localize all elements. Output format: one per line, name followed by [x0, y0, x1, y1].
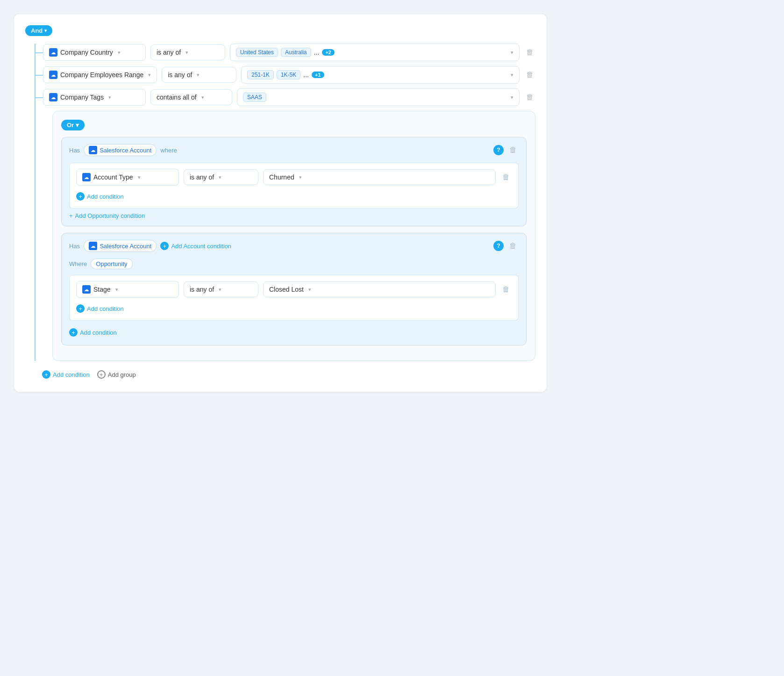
value-chevron-country: ▾: [511, 50, 513, 56]
condition-row-country: ☁ Company Country ▾ is any of ▾ United S…: [36, 43, 535, 61]
value-selector-employees[interactable]: 251-1K 1K-5K ... +1 ▾: [241, 66, 520, 84]
and-chevron: ▾: [44, 28, 47, 33]
value-chip-us: United States: [236, 48, 278, 57]
delete-condition-stage[interactable]: 🗑: [500, 283, 512, 295]
field-selector-employees[interactable]: ☁ Company Employees Range ▾: [43, 66, 157, 83]
value-row-country: United States Australia ... +2: [236, 48, 506, 57]
add-condition-label-stage: Add condition: [87, 305, 124, 312]
plus-icon-stage: +: [76, 304, 85, 313]
has-label-2: Has: [69, 243, 80, 250]
sf-icon-stage: ☁: [82, 285, 91, 294]
field-chevron-employees: ▾: [148, 72, 151, 78]
sf-account-chip-2[interactable]: ☁ Salesforce Account: [84, 240, 157, 252]
delete-button-tags[interactable]: 🗑: [524, 91, 535, 103]
help-icon-1: ?: [497, 147, 500, 153]
opportunity-chip[interactable]: Opportunity: [91, 259, 132, 269]
value-chip-saas: SAAS: [243, 93, 266, 102]
field-label-tags: Company Tags: [60, 93, 104, 101]
has-header-1: Has ☁ Salesforce Account where ? 🗑: [69, 144, 519, 156]
operator-chevron-employees: ▾: [197, 72, 200, 78]
condition-row-employees: ☁ Company Employees Range ▾ is any of ▾ …: [36, 66, 535, 84]
field-label-country: Company Country: [60, 49, 113, 56]
operator-chevron-account-type: ▾: [219, 174, 221, 180]
add-account-condition-button[interactable]: + Add Account condition: [160, 240, 231, 252]
filter-builder: And ▾ ☁ Company Country ▾ is any of ▾ Un…: [14, 14, 547, 392]
has-label-1: Has: [69, 147, 80, 154]
operator-selector-tags[interactable]: contains all of ▾: [150, 89, 232, 105]
add-condition-button-1[interactable]: + Add condition: [76, 190, 124, 202]
and-label: And: [31, 27, 43, 34]
or-group: Or ▾ Has ☁ Salesforce Account where ?: [52, 111, 535, 361]
where-label-1: where: [160, 147, 177, 154]
field-chevron-country: ▾: [118, 50, 121, 56]
add-condition-label-2: Add condition: [80, 329, 117, 336]
field-selector-stage[interactable]: ☁ Stage ▾: [76, 281, 179, 298]
bottom-actions: + Add condition + Add group: [25, 368, 535, 381]
add-opportunity-button[interactable]: + Add Opportunity condition: [69, 212, 145, 219]
inner-condition-row-1: ☁ Account Type ▾ is any of ▾ Churned ▾: [76, 169, 512, 186]
field-label-stage: Stage: [93, 286, 111, 293]
and-badge[interactable]: And ▾: [25, 25, 52, 36]
or-badge[interactable]: Or ▾: [61, 120, 85, 130]
operator-selector-employees[interactable]: is any of ▾: [162, 67, 236, 83]
add-condition-button-stage[interactable]: + Add condition: [76, 302, 124, 315]
value-row-employees: 251-1K 1K-5K ... +1: [247, 70, 506, 79]
value-label-stage: Closed Lost: [269, 286, 304, 293]
value-chevron-account-type: ▾: [299, 174, 302, 180]
value-selector-country[interactable]: United States Australia ... +2 ▾: [230, 43, 520, 61]
field-label-account-type: Account Type: [93, 173, 133, 181]
sf-account-label-2: Salesforce Account: [100, 243, 151, 250]
operator-chevron-stage: ▾: [219, 287, 221, 293]
value-chevron-stage: ▾: [308, 287, 311, 293]
sf-account-chip-1[interactable]: ☁ Salesforce Account: [84, 144, 157, 156]
help-button-1[interactable]: ?: [493, 145, 504, 155]
condition-row-tags: ☁ Company Tags ▾ contains all of ▾ SAAS …: [36, 88, 535, 106]
operator-selector-stage[interactable]: is any of ▾: [184, 281, 258, 297]
field-selector-account-type[interactable]: ☁ Account Type ▾: [76, 169, 179, 186]
has-block-1: Has ☁ Salesforce Account where ? 🗑: [61, 137, 527, 226]
plus-outline-icon: +: [97, 370, 106, 379]
delete-condition-account-type[interactable]: 🗑: [500, 171, 512, 183]
plus-icon-bottom: +: [42, 370, 50, 379]
bottom-add-condition-button[interactable]: + Add condition: [42, 368, 90, 381]
plus-icon-opp: +: [69, 212, 73, 219]
delete-button-employees[interactable]: 🗑: [524, 69, 535, 81]
plus-icon-2: +: [69, 328, 78, 337]
delete-button-country[interactable]: 🗑: [524, 46, 535, 58]
add-group-button[interactable]: + Add group: [97, 370, 136, 379]
bottom-add-condition-label: Add condition: [53, 371, 90, 378]
value-selector-account-type[interactable]: Churned ▾: [263, 169, 496, 185]
help-icon-2: ?: [497, 243, 500, 249]
value-chip-251: 251-1K: [247, 70, 274, 79]
value-selector-tags[interactable]: SAAS ▾: [237, 88, 520, 106]
delete-has-block-2[interactable]: 🗑: [507, 240, 519, 252]
add-condition-button-2[interactable]: + Add condition: [69, 326, 117, 338]
operator-selector-account-type[interactable]: is any of ▾: [184, 169, 258, 185]
value-chevron-employees: ▾: [511, 72, 513, 78]
ellipsis-employees: ...: [303, 71, 309, 79]
help-button-2[interactable]: ?: [493, 241, 504, 251]
value-selector-stage[interactable]: Closed Lost ▾: [263, 281, 496, 297]
value-chip-1k5k: 1K-5K: [277, 70, 300, 79]
add-condition-label-1: Add condition: [87, 193, 124, 200]
delete-has-block-1[interactable]: 🗑: [507, 144, 519, 156]
field-selector-tags[interactable]: ☁ Company Tags ▾: [43, 89, 146, 106]
count-badge-country: +2: [322, 49, 335, 56]
field-selector-country[interactable]: ☁ Company Country ▾: [43, 44, 146, 61]
field-label-employees: Company Employees Range: [60, 71, 143, 79]
operator-selector-country[interactable]: is any of ▾: [150, 44, 225, 60]
add-opportunity-label: Add Opportunity condition: [75, 212, 145, 219]
operator-chevron-country: ▾: [185, 50, 188, 56]
field-chevron-account-type: ▾: [138, 174, 141, 180]
count-badge-employees: +1: [312, 72, 324, 78]
has-header-right-1: ? 🗑: [493, 144, 519, 156]
sf-account-label-1: Salesforce Account: [100, 147, 151, 154]
value-row-tags: SAAS: [243, 93, 506, 102]
add-account-condition-label: Add Account condition: [171, 243, 231, 250]
opportunity-label: Opportunity: [96, 260, 127, 267]
has-header-2: Has ☁ Salesforce Account + Add Account c…: [69, 240, 519, 252]
sf-icon-has1: ☁: [89, 146, 97, 154]
value-label-account-type: Churned: [269, 173, 294, 181]
field-chevron-tags: ▾: [108, 94, 111, 101]
operator-chevron-tags: ▾: [201, 94, 204, 101]
